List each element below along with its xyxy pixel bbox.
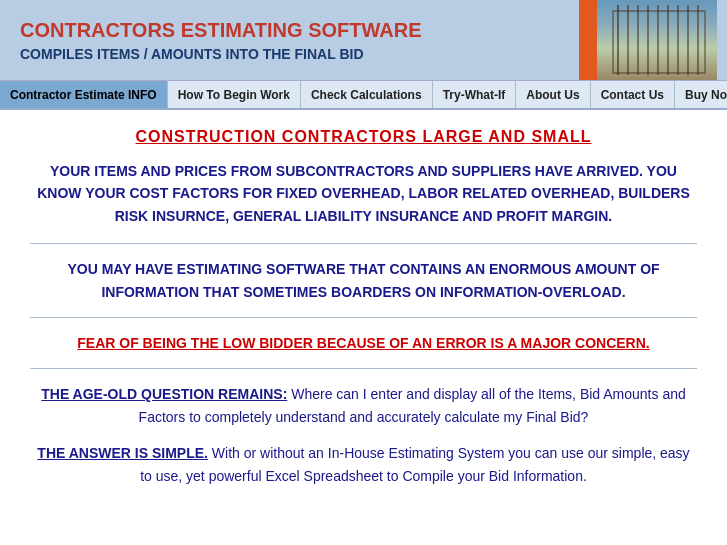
nav-item-check-calculations[interactable]: Check Calculations: [301, 81, 433, 108]
nav-item-try-what-if[interactable]: Try-What-If: [433, 81, 517, 108]
answer-label: THE ANSWER IS SIMPLE.: [37, 445, 208, 461]
header: CONTRACTORS ESTIMATING SOFTWARE COMPILES…: [0, 0, 727, 80]
main-nav: Contractor Estimate INFO How To Begin Wo…: [0, 80, 727, 110]
divider-3: [30, 368, 697, 369]
header-image: [597, 0, 717, 80]
main-paragraph1: YOUR ITEMS AND PRICES FROM SUBCONTRACTOR…: [30, 160, 697, 227]
nav-item-about-us[interactable]: About Us: [516, 81, 590, 108]
question-label: THE AGE-OLD QUESTION REMAINS:: [41, 386, 287, 402]
main-paragraph3: FEAR OF BEING THE LOW BIDDER BECAUSE OF …: [30, 332, 697, 354]
nav-item-buy-now[interactable]: Buy Now: [675, 81, 727, 108]
header-text: CONTRACTORS ESTIMATING SOFTWARE COMPILES…: [10, 19, 579, 62]
nav-item-how-to-begin-work[interactable]: How To Begin Work: [168, 81, 301, 108]
main-title: CONSTRUCTION CONTRACTORS LARGE AND SMALL: [30, 128, 697, 146]
header-subtitle: COMPILES ITEMS / AMOUNTS INTO THE FINAL …: [20, 46, 579, 62]
main-paragraph2: YOU MAY HAVE ESTIMATING SOFTWARE THAT CO…: [30, 258, 697, 303]
header-accent-bar: [579, 0, 597, 80]
divider-1: [30, 243, 697, 244]
nav-item-contact-us[interactable]: Contact Us: [591, 81, 675, 108]
nav-item-contractor-estimate-info[interactable]: Contractor Estimate INFO: [0, 81, 168, 108]
header-title: CONTRACTORS ESTIMATING SOFTWARE: [20, 19, 579, 42]
header-image-inner: [597, 0, 717, 80]
divider-2: [30, 317, 697, 318]
answer-text: With or without an In-House Estimating S…: [140, 445, 689, 483]
main-content: CONSTRUCTION CONTRACTORS LARGE AND SMALL…: [0, 110, 727, 507]
main-question: THE AGE-OLD QUESTION REMAINS: Where can …: [30, 383, 697, 428]
main-answer: THE ANSWER IS SIMPLE. With or without an…: [30, 442, 697, 487]
